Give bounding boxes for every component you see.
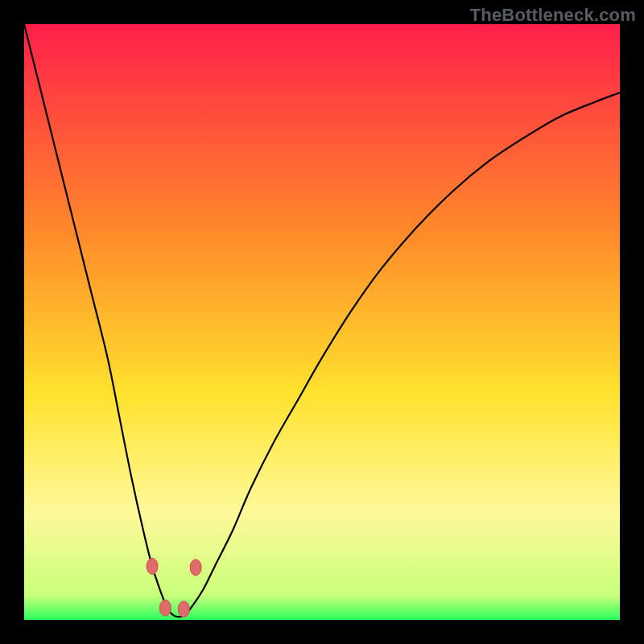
curve-marker-3 (190, 559, 201, 576)
watermark-text: TheBottleneck.com (470, 5, 636, 26)
plot-area (24, 24, 620, 620)
curve-marker-2 (178, 601, 189, 617)
curve-marker-1 (159, 600, 171, 616)
curve-marker-0 (147, 558, 158, 574)
chart-frame: TheBottleneck.com (0, 0, 644, 644)
plot-svg (24, 24, 620, 620)
gradient-rect (24, 24, 620, 620)
